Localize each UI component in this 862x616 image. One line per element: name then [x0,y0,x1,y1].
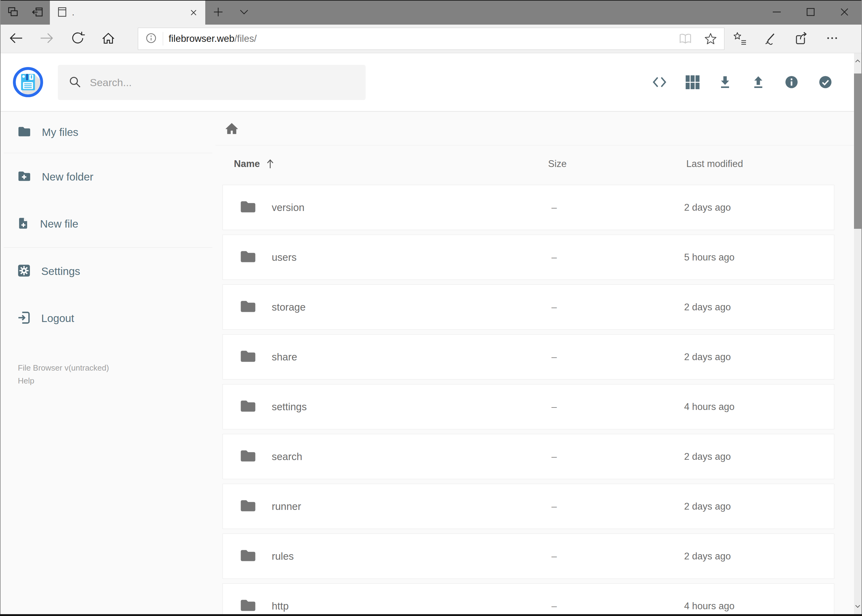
reading-view-button[interactable] [679,32,692,46]
pen-icon [764,31,778,46]
scroll-up-button[interactable] [854,53,861,69]
folder-icon [240,599,256,614]
sidebar-item-label: Logout [41,312,74,324]
file-modified: 2 days ago [684,501,731,512]
browser-window: . [0,0,862,616]
file-row-storage[interactable]: storage – 2 days ago [222,284,834,330]
column-header-size[interactable]: Size [548,146,567,182]
app-toolbar [652,53,833,111]
tabbar-spacer [257,1,760,25]
file-modified: 2 days ago [684,551,731,562]
navigation-bar: filebrowser.web/files/ [1,25,861,53]
download-button[interactable] [718,75,733,90]
chevron-down-icon [240,9,249,16]
file-modified: 2 days ago [684,451,731,462]
filebrowser-logo[interactable] [13,67,43,97]
scrollbar-thumb[interactable] [854,74,861,229]
folder-icon [17,126,32,139]
file-name: search [272,451,302,462]
file-row-share[interactable]: share – 2 days ago [222,334,834,380]
refresh-button[interactable] [62,25,93,53]
window-border-left [0,0,1,616]
maximize-button[interactable] [794,1,827,25]
scroll-down-button[interactable] [854,599,861,614]
file-modified: 2 days ago [684,202,731,213]
listing-column-headers: Name Size Last modified [216,146,854,182]
folder-icon [240,250,256,265]
annotate-button[interactable] [755,25,786,53]
file-row-rules[interactable]: rules – 2 days ago [222,534,834,579]
tab-preview-button[interactable] [1,1,25,25]
file-size: – [552,600,557,612]
info-button[interactable] [784,74,799,90]
column-header-modified[interactable]: Last modified [686,146,743,182]
file-name: version [272,202,304,214]
refresh-icon [70,30,85,47]
file-name: http [272,600,289,612]
search-input[interactable] [89,76,348,89]
sidebar-item-label: My files [42,126,79,138]
file-row-runner[interactable]: runner – 2 days ago [222,484,834,529]
file-modified: 5 hours ago [684,252,734,263]
select-multiple-button[interactable] [818,74,833,90]
site-info-icon[interactable] [145,32,157,46]
address-bar[interactable]: filebrowser.web/files/ [138,28,725,50]
tab-list-button[interactable] [231,1,257,25]
file-size: – [552,252,557,263]
search-bar[interactable] [58,65,366,100]
favorite-star-button[interactable] [704,32,717,46]
url-host: filebrowser.web [169,33,235,44]
file-row-http[interactable]: http – 4 hours ago [222,583,834,616]
tab-bar: . [1,1,861,25]
share-button[interactable] [786,25,817,53]
sidebar-item-settings[interactable]: Settings [1,248,216,295]
column-header-name[interactable]: Name [234,146,276,182]
file-modified: 4 hours ago [684,401,734,412]
file-size: – [552,401,557,412]
tab-close-button[interactable] [187,6,200,19]
folder-icon [240,499,256,514]
sidebar-item-new-folder[interactable]: New folder [1,153,216,200]
grid-view-button[interactable] [686,75,700,90]
new-tab-button[interactable] [205,1,231,25]
more-menu-button[interactable] [817,25,848,53]
search-icon [68,75,81,90]
home-button[interactable] [93,25,124,53]
file-name: settings [272,401,307,413]
app-header [1,53,854,112]
back-icon [8,30,24,47]
sidebar-item-logout[interactable]: Logout [1,295,216,342]
file-size: – [552,352,557,363]
browser-tab[interactable]: . [50,1,205,25]
set-tabs-aside-button[interactable] [25,1,50,25]
back-button[interactable] [1,25,32,53]
vertical-scrollbar[interactable] [854,53,861,614]
set-tabs-aside-icon [32,6,44,19]
window-border-top [0,0,862,1]
file-row-users[interactable]: users – 5 hours ago [222,235,834,280]
upload-button[interactable] [751,75,766,90]
file-name: users [272,251,297,263]
forward-button[interactable] [32,25,62,53]
breadcrumb-home-icon[interactable] [225,121,239,136]
favorites-hub-button[interactable] [725,25,755,53]
maximize-icon [806,8,815,17]
folder-icon [240,449,256,464]
file-row-settings[interactable]: settings – 4 hours ago [222,384,834,429]
file-row-search[interactable]: search – 2 days ago [222,434,834,479]
more-dots-icon [825,31,839,46]
help-link[interactable]: Help [18,374,109,387]
file-row-version[interactable]: version – 2 days ago [222,185,834,230]
close-window-button[interactable] [827,1,861,25]
sidebar-item-my-files[interactable]: My files [1,112,216,153]
sidebar-item-new-file[interactable]: New file [1,200,216,247]
sort-ascending-icon [265,158,276,170]
breadcrumb [216,112,854,146]
chevron-down-icon [855,605,860,608]
forward-icon [39,30,55,47]
minimize-button[interactable] [760,1,794,25]
file-modified: 4 hours ago [684,600,734,612]
home-icon [101,30,116,47]
file-name: storage [272,302,306,313]
shell-toggle-button[interactable] [652,75,667,90]
